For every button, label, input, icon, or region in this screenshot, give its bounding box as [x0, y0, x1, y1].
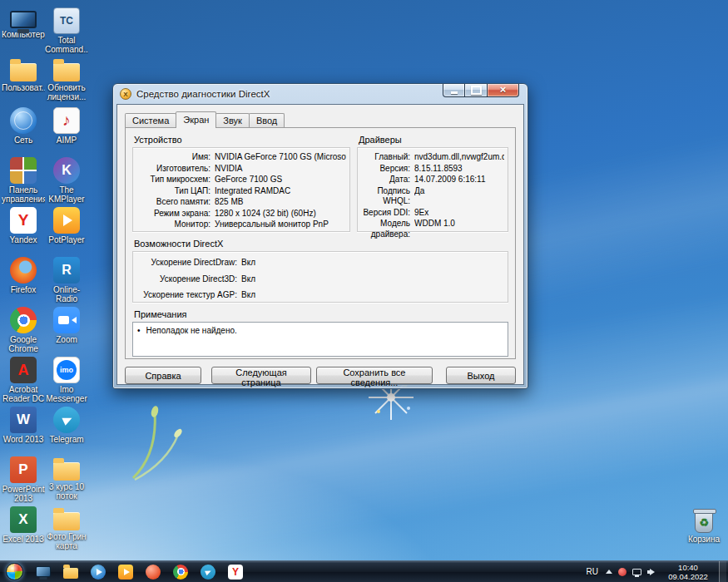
language-indicator[interactable]: RU — [585, 567, 600, 576]
info-row: Модель драйвера:WDDM 1.0 — [361, 219, 504, 239]
desktop-icon-label: 3 курс 10 поток — [45, 482, 88, 501]
desktop-icon-network[interactable]: Сеть — [2, 105, 45, 155]
chrome-icon — [173, 565, 188, 580]
save-all-button[interactable]: Сохранить все сведения... — [316, 367, 433, 384]
desktop-icon-computer[interactable]: Компьютер — [2, 5, 45, 55]
tab-sound[interactable]: Звук — [215, 113, 250, 127]
desktop-icons-column-1: Компьютер Пользоват... Сеть Панель управ… — [2, 5, 45, 554]
taskbar-explorer-button[interactable] — [61, 562, 81, 582]
info-row: Версия:8.15.11.8593 — [361, 164, 504, 175]
field-label: Всего памяти: — [136, 197, 215, 208]
desktop-icon-firefox[interactable]: Firefox — [2, 254, 45, 304]
info-row: Тип микросхем:GeForce 7100 GS — [136, 175, 346, 185]
drivers-column: Драйверы Главный:nvd3dum.dll,nvwgf2um.dl… — [357, 133, 508, 232]
drivers-group: Главный:nvd3dum.dll,nvwgf2um.dll Версия:… — [357, 147, 508, 232]
desktop-icon-acrobat[interactable]: Acrobat Reader DC — [2, 354, 45, 404]
desktop-icon-aimp[interactable]: AIMP — [45, 105, 88, 155]
volume-icon[interactable] — [647, 568, 657, 576]
clock[interactable]: 10:40 09.04.2022 — [663, 563, 713, 581]
taskbar-computer-button[interactable] — [33, 562, 53, 582]
taskbar-yandex-button[interactable] — [225, 562, 245, 582]
field-label: Ускорение Direct3D: — [136, 274, 241, 285]
computer-icon — [10, 11, 37, 28]
desktop-icon-potplayer[interactable]: PotPlayer — [45, 205, 88, 254]
field-value: 825 MB — [215, 197, 346, 208]
desktop-icon-imo[interactable]: Imo Messenger — [45, 354, 88, 404]
features-group: Ускорение DirectDraw:Вкл Ускорение Direc… — [132, 251, 508, 303]
desktop-icon-label: Google Chrome — [2, 335, 45, 353]
field-value: 14.07.2009 6:16:11 — [414, 175, 504, 185]
desktop-icon-word[interactable]: Word 2013 — [2, 404, 45, 454]
desktop-icon-kmplayer[interactable]: The KMPlayer — [45, 155, 88, 205]
desktop-icon-powerpoint[interactable]: PowerPoint 2013 — [2, 454, 45, 504]
help-button[interactable]: Справка — [125, 367, 201, 384]
potplayer-icon — [118, 565, 133, 580]
field-label: Дата: — [361, 175, 414, 185]
info-row: Главный:nvd3dum.dll,nvwgf2um.dll — [361, 152, 504, 163]
desktop-icon-zoom[interactable]: Zoom — [45, 304, 88, 354]
desktop-icon-label: Word 2013 — [2, 435, 45, 444]
device-column: Устройство Имя:NVIDIA GeForce 7100 GS (M… — [132, 133, 350, 232]
folder-icon — [53, 462, 80, 481]
info-row: Всего памяти:825 MB — [136, 197, 346, 208]
exit-button[interactable]: Выход — [446, 367, 516, 384]
show-hidden-icons-button[interactable] — [606, 570, 612, 574]
dxdiag-window: Средство диагностики DirectX Система Экр… — [112, 83, 528, 389]
desktop-icon-telegram[interactable]: Telegram — [45, 404, 88, 454]
taskbar-chrome-button[interactable] — [171, 562, 191, 582]
field-label: Тип ЦАП: — [136, 186, 215, 197]
tab-input[interactable]: Ввод — [249, 113, 285, 127]
network-tray-icon[interactable] — [632, 569, 641, 575]
show-desktop-button[interactable] — [719, 561, 726, 582]
field-label: Модель драйвера: — [361, 219, 414, 239]
desktop-icon-recycle-bin[interactable]: Корзина — [682, 506, 726, 555]
taskbar-aimp-button[interactable] — [143, 562, 163, 582]
potplayer-icon — [53, 207, 80, 234]
field-label: Режим экрана: — [136, 209, 215, 219]
next-page-button[interactable]: Следующая страница — [211, 367, 311, 384]
desktop-icon-label: Acrobat Reader DC — [2, 385, 45, 403]
desktop-icon-update-license[interactable]: Обновить лицензи... — [45, 55, 88, 105]
desktop-icon-label: Панель управления — [2, 185, 45, 204]
desktop-icon-course-folder[interactable]: 3 курс 10 поток — [45, 454, 88, 504]
maximize-button[interactable] — [465, 84, 488, 97]
tab-display[interactable]: Экран — [176, 111, 216, 128]
yandex-icon — [10, 207, 37, 234]
device-group: Имя:NVIDIA GeForce 7100 GS (Microsoft Co… — [132, 147, 350, 232]
desktop-icon-photo-folder[interactable]: Фото Грин карта — [45, 504, 88, 554]
tab-system[interactable]: Система — [125, 113, 176, 127]
desktop-icons-column-2: Total Command... Обновить лицензи... AIM… — [45, 5, 88, 554]
caption-buttons — [443, 84, 519, 97]
aimp-icon — [146, 565, 161, 580]
taskbar-telegram-button[interactable] — [198, 562, 218, 582]
desktop-icon-control-panel[interactable]: Панель управления — [2, 155, 45, 205]
desktop-icon-label: Корзина — [682, 535, 726, 544]
field-label: Версия DDI: — [361, 208, 414, 219]
folder-icon — [53, 63, 80, 81]
notes-listbox[interactable]: Неполадок не найдено. — [132, 322, 508, 357]
desktop-icon-label: PotPlayer — [45, 235, 88, 244]
kmplayer-icon — [53, 157, 80, 184]
taskbar-media-player-button[interactable] — [88, 562, 108, 582]
start-button[interactable] — [0, 561, 28, 582]
info-row: Ускорение DirectDraw:Вкл — [136, 258, 504, 269]
field-value: Да — [414, 186, 504, 207]
desktop-icon-label: Firefox — [2, 285, 45, 294]
action-center-icon[interactable] — [618, 568, 626, 576]
desktop-icon-excel[interactable]: Excel 2013 — [2, 504, 45, 554]
system-tray: RU 10:40 09.04.2022 — [585, 561, 728, 582]
desktop-icon-online-radio[interactable]: Online-Radio — [45, 254, 88, 304]
desktop: Компьютер Пользоват... Сеть Панель управ… — [0, 0, 728, 582]
desktop-icon-chrome[interactable]: Google Chrome — [2, 304, 45, 354]
chrome-icon — [10, 307, 37, 333]
taskbar-potplayer-button[interactable] — [116, 562, 136, 582]
clock-time: 10:40 — [663, 563, 713, 572]
desktop-icon-users[interactable]: Пользоват... — [2, 55, 45, 105]
desktop-icon-total-commander[interactable]: Total Command... — [45, 5, 88, 55]
media-player-icon — [91, 565, 106, 580]
minimize-button[interactable] — [443, 84, 465, 97]
field-value: 9Ex — [414, 208, 504, 219]
folder-icon — [53, 512, 80, 530]
close-button[interactable] — [488, 84, 519, 97]
desktop-icon-yandex[interactable]: Yandex — [2, 205, 45, 254]
